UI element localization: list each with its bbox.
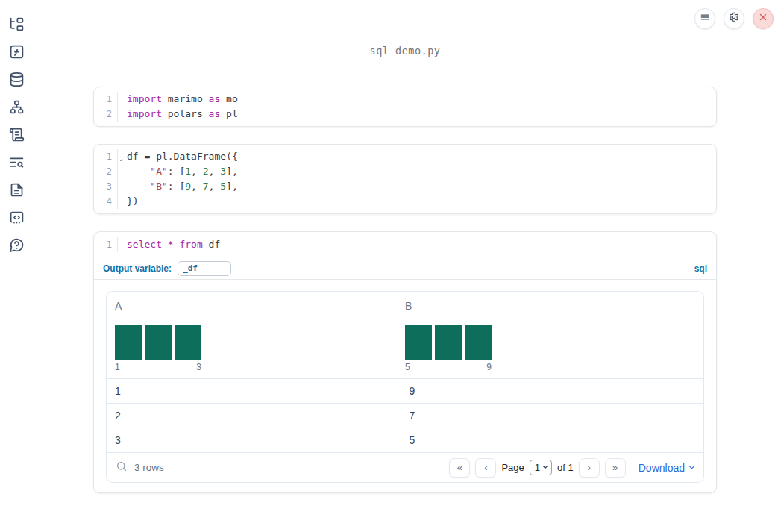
histogram-min-label: 5 [405, 362, 410, 372]
language-badge: sql [694, 263, 707, 274]
table-row[interactable]: 2 7 [107, 403, 703, 428]
line-number: 4 [94, 194, 118, 209]
download-button[interactable]: Download [639, 462, 696, 474]
histogram-min-label: 1 [115, 362, 120, 372]
line-number: 1 [94, 237, 118, 252]
column-histogram: 1 3 [115, 325, 405, 372]
chevron-down-icon [688, 462, 696, 474]
sidebar-item-help[interactable] [7, 237, 25, 255]
notebook-filename: sql_demo.py [93, 45, 717, 57]
table-header: A 1 3 [107, 292, 703, 378]
column-header-b[interactable]: B 5 9 [405, 300, 695, 372]
line-number: 3 [94, 179, 118, 194]
table-row[interactable]: 1 9 [107, 378, 703, 403]
dataframe-table: A 1 3 [106, 291, 704, 483]
cell-output: A 1 3 [94, 279, 716, 492]
code-cell-dataframe[interactable]: 1 df = pl.DataFrame({ 2 "A": [1, 2, 3], … [93, 144, 717, 214]
line-number: 2 [94, 164, 118, 179]
line-number: 1 [94, 92, 118, 107]
search-icon[interactable] [116, 460, 128, 475]
page-select[interactable]: 1 [530, 460, 552, 475]
cell-value: 9 [410, 385, 704, 397]
fold-chevron-icon[interactable] [118, 153, 124, 168]
function-icon [9, 44, 25, 63]
sidebar-item-files[interactable] [7, 16, 25, 34]
sidebar-item-snippets[interactable] [7, 210, 25, 228]
sidebar-item-datasources[interactable] [7, 72, 25, 90]
code-line: 1 import marimo as mo [94, 92, 716, 107]
histogram-bar [465, 325, 492, 360]
last-page-button[interactable]: » [605, 458, 626, 478]
code-line: 2 "A": [1, 2, 3], [94, 164, 716, 179]
close-icon [758, 12, 768, 25]
table-row[interactable]: 3 5 [107, 428, 703, 452]
histogram-bar [435, 325, 462, 360]
sql-cell[interactable]: 1 select * from df Output variable: sql … [93, 231, 717, 493]
line-number: 2 [94, 107, 118, 122]
histogram-max-label: 9 [486, 362, 492, 372]
column-label: B [405, 300, 695, 312]
cell-value: 3 [115, 434, 410, 446]
chevron-down-icon [542, 462, 549, 473]
code-line: 2 import polars as pl [94, 107, 716, 122]
page-total-label: of 1 [557, 462, 574, 473]
cell-value: 2 [115, 410, 410, 422]
gear-icon [729, 12, 739, 25]
histogram-bar [115, 325, 142, 360]
first-page-button[interactable]: « [449, 458, 470, 478]
column-histogram: 5 9 [405, 325, 695, 372]
shutdown-button[interactable] [753, 8, 774, 29]
previous-page-button[interactable]: ‹ [475, 458, 496, 478]
output-variable-bar: Output variable: sql [94, 257, 716, 279]
output-variable-label: Output variable: [103, 263, 172, 274]
dependency-graph-icon [9, 99, 25, 118]
row-count-label: 3 rows [134, 462, 164, 473]
database-icon [9, 72, 25, 90]
cell-value: 5 [410, 434, 704, 446]
next-page-button[interactable]: › [579, 458, 600, 478]
histogram-max-label: 3 [196, 362, 201, 372]
scroll-icon [9, 127, 25, 145]
snippets-icon [9, 210, 25, 228]
notebook: sql_demo.py 1 import marimo as mo 2 impo… [93, 0, 717, 493]
output-variable-input[interactable] [178, 261, 231, 276]
page-label: Page [501, 462, 524, 473]
sidebar-item-variables[interactable] [7, 44, 25, 62]
histogram-bar [405, 325, 432, 360]
file-tree-icon [9, 16, 25, 35]
left-sidebar [0, 0, 33, 532]
sidebar-item-outline-search[interactable] [7, 154, 25, 172]
sidebar-item-logs[interactable] [7, 127, 25, 145]
histogram-bar [175, 325, 201, 360]
sidebar-item-dependencies[interactable] [7, 99, 25, 117]
column-header-a[interactable]: A 1 3 [115, 300, 405, 372]
line-number: 1 [94, 149, 118, 164]
settings-button[interactable] [724, 8, 744, 29]
code-line: 1 df = pl.DataFrame({ [94, 149, 716, 164]
code-line: 1 select * from df [94, 237, 716, 252]
histogram-bar [145, 325, 172, 360]
download-label: Download [639, 462, 685, 474]
column-label: A [115, 300, 405, 312]
marimo-app: sql_demo.py 1 import marimo as mo 2 impo… [0, 0, 778, 532]
table-footer: 3 rows « ‹ Page 1 of 1 › » [107, 452, 703, 482]
cell-value: 1 [115, 385, 410, 397]
code-cell-imports[interactable]: 1 import marimo as mo 2 import polars as… [93, 87, 717, 127]
search-list-icon [9, 154, 25, 173]
cell-value: 7 [410, 410, 704, 422]
code-line: 3 "B": [9, 7, 5], [94, 179, 716, 194]
help-icon [9, 237, 25, 256]
document-icon [9, 182, 25, 201]
sidebar-item-documentation[interactable] [7, 182, 25, 200]
code-line: 4 }) [94, 194, 716, 209]
